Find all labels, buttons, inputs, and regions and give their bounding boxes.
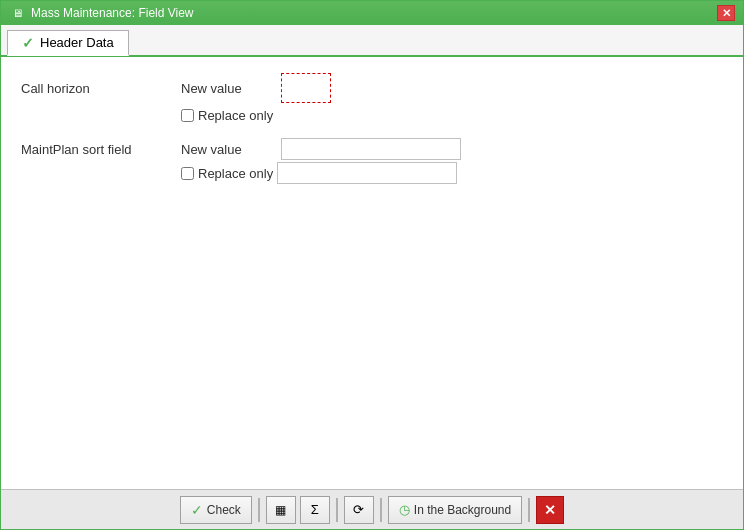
content-area: Call horizon New value Replace only <box>1 57 743 489</box>
refresh-icon: ⟳ <box>353 502 364 517</box>
in-background-button[interactable]: ◷ In the Background <box>388 496 522 524</box>
separator-4 <box>528 498 530 522</box>
field-group-call-horizon: Call horizon New value Replace only <box>21 73 723 127</box>
call-horizon-label: Call horizon <box>21 81 181 96</box>
in-background-icon: ◷ <box>399 502 410 517</box>
main-window: 🖥 Mass Maintenance: Field View ✕ ✓ Heade… <box>0 0 744 530</box>
close-button[interactable]: ✕ <box>717 5 735 21</box>
tab-header-data-label: Header Data <box>40 35 114 50</box>
maintplan-label: MaintPlan sort field <box>21 142 181 157</box>
call-horizon-new-value-label: New value <box>181 81 281 96</box>
in-background-label: In the Background <box>414 503 511 517</box>
grid-button[interactable]: ▦ <box>266 496 296 524</box>
check-button-label: Check <box>207 503 241 517</box>
maintplan-input-container <box>281 138 461 160</box>
window-title: Mass Maintenance: Field View <box>31 6 194 20</box>
call-horizon-new-value-row: Call horizon New value <box>21 73 723 103</box>
separator-2 <box>336 498 338 522</box>
form-section: Call horizon New value Replace only <box>21 73 723 193</box>
maintplan-replace-only-label: Replace only <box>198 166 273 181</box>
window-icon: 🖥 <box>9 5 25 21</box>
tab-header-data[interactable]: ✓ Header Data <box>7 30 129 56</box>
maintplan-replace-only-input[interactable] <box>277 162 457 184</box>
tab-check-icon: ✓ <box>22 35 34 51</box>
call-horizon-input-container <box>281 73 331 103</box>
call-horizon-replace-only-row: Replace only <box>21 103 723 127</box>
maintplan-replace-only-row: Replace only <box>21 161 723 185</box>
grid-icon: ▦ <box>275 503 286 517</box>
call-horizon-replace-only-checkbox[interactable] <box>181 109 194 122</box>
refresh-button[interactable]: ⟳ <box>344 496 374 524</box>
bottom-toolbar: ✓ Check ▦ Σ ⟳ ◷ In the Background ✕ <box>1 489 743 529</box>
sigma-button[interactable]: Σ <box>300 496 330 524</box>
call-horizon-replace-only-label: Replace only <box>198 108 273 123</box>
sigma-icon: Σ <box>311 502 319 517</box>
title-bar: 🖥 Mass Maintenance: Field View ✕ <box>1 1 743 25</box>
maintplan-new-value-row: MaintPlan sort field New value <box>21 137 723 161</box>
maintplan-new-value-label: New value <box>181 142 281 157</box>
call-horizon-input[interactable] <box>281 73 331 103</box>
check-button[interactable]: ✓ Check <box>180 496 252 524</box>
field-group-maintplan: MaintPlan sort field New value Replace o… <box>21 137 723 185</box>
separator-3 <box>380 498 382 522</box>
maintplan-replace-only-checkbox[interactable] <box>181 167 194 180</box>
cancel-icon: ✕ <box>544 502 556 518</box>
check-button-icon: ✓ <box>191 502 203 518</box>
window-body: ✓ Header Data Call horizon New value <box>1 25 743 529</box>
title-bar-left: 🖥 Mass Maintenance: Field View <box>9 5 194 21</box>
tab-bar: ✓ Header Data <box>1 25 743 57</box>
maintplan-new-value-input[interactable] <box>281 138 461 160</box>
separator-1 <box>258 498 260 522</box>
call-horizon-replace-only-group: Replace only <box>181 108 273 123</box>
cancel-button[interactable]: ✕ <box>536 496 564 524</box>
maintplan-replace-only-group: Replace only <box>181 166 273 181</box>
